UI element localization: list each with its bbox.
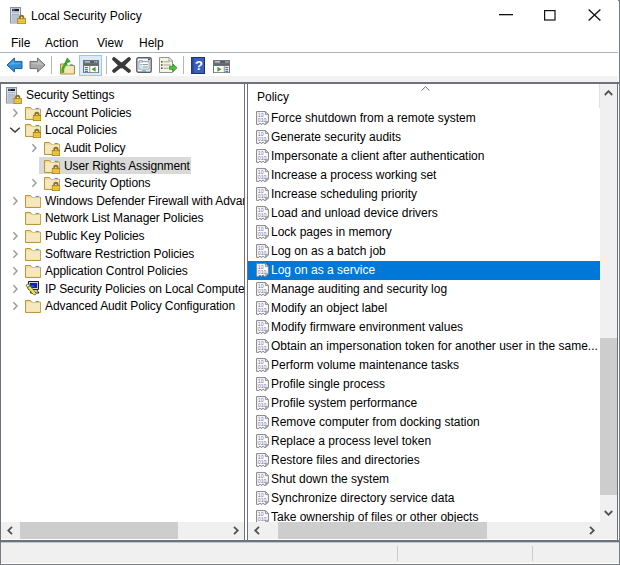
svg-text:010: 010 bbox=[257, 326, 266, 332]
svg-text:010: 010 bbox=[257, 136, 266, 142]
svg-text:010: 010 bbox=[257, 421, 266, 427]
svg-text:010: 010 bbox=[257, 497, 266, 503]
svg-text:010: 010 bbox=[257, 383, 266, 389]
svg-text:010: 010 bbox=[257, 364, 266, 370]
svg-text:010: 010 bbox=[257, 402, 266, 408]
svg-text:010: 010 bbox=[257, 117, 266, 123]
svg-text:010: 010 bbox=[257, 345, 266, 351]
svg-text:010: 010 bbox=[257, 269, 266, 275]
svg-text:010: 010 bbox=[257, 307, 266, 313]
svg-text:010: 010 bbox=[257, 193, 266, 199]
svg-text:010: 010 bbox=[257, 250, 266, 256]
svg-text:?: ? bbox=[195, 58, 203, 73]
svg-text:010: 010 bbox=[257, 155, 266, 161]
svg-text:010: 010 bbox=[257, 212, 266, 218]
svg-text:010: 010 bbox=[257, 174, 266, 180]
svg-text:010: 010 bbox=[257, 478, 266, 484]
svg-text:010: 010 bbox=[257, 440, 266, 446]
svg-text:010: 010 bbox=[257, 231, 266, 237]
svg-text:010: 010 bbox=[257, 459, 266, 465]
svg-text:010: 010 bbox=[257, 288, 266, 294]
